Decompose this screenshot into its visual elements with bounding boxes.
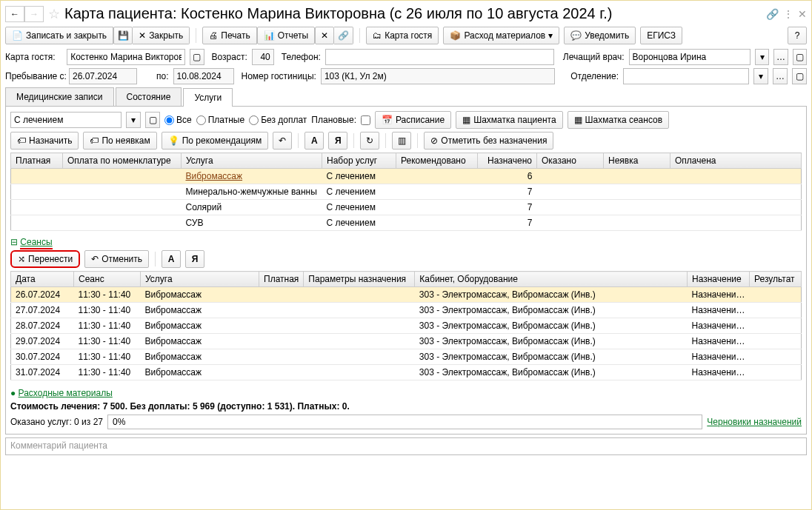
sort-za2-button[interactable]: Я: [185, 250, 204, 268]
save-icon: 📄: [12, 30, 23, 41]
scol-params: Параметры назначения: [304, 272, 415, 287]
notify-button[interactable]: 💬Уведомить: [564, 27, 636, 44]
tab-services[interactable]: Услуги: [183, 88, 233, 107]
tab-state[interactable]: Состояние: [116, 87, 182, 106]
radio-nosurcharge[interactable]: Без доплат: [249, 115, 307, 125]
bulb-icon: 💡: [168, 135, 179, 146]
by-noshow-button[interactable]: 🏷По неявкам: [83, 132, 156, 150]
col-rec: Рекомендовано: [396, 153, 478, 169]
close-button[interactable]: ✕Закрыть: [133, 27, 190, 44]
col-set: Набор услуг: [322, 153, 396, 169]
columns-button[interactable]: ▥: [392, 132, 411, 150]
table-row[interactable]: 27.07.202411:30 - 11:40Вибромассаж303 - …: [11, 303, 802, 318]
table-row[interactable]: СолярийС лечением7: [11, 200, 802, 215]
phone-input[interactable]: [325, 49, 554, 65]
shuffle-icon: ⤭: [18, 254, 25, 264]
drafts-link[interactable]: Черновики назначений: [707, 417, 802, 427]
tag-icon: 🏷: [17, 135, 26, 146]
table-row[interactable]: 26.07.202411:30 - 11:40Вибромассаж303 - …: [11, 287, 802, 303]
rendered-label: Оказано услуг: 0 из 27: [10, 417, 103, 427]
undo-button[interactable]: ↶: [273, 132, 292, 150]
supplies-link[interactable]: Расходные материалы: [19, 388, 113, 398]
session-chess-button[interactable]: ▦Шахматка сеансов: [568, 111, 670, 129]
table-row[interactable]: 28.07.202411:30 - 11:40Вибромассаж303 - …: [11, 318, 802, 334]
ban-icon: ⊘: [430, 135, 438, 146]
materials-button[interactable]: 📦Расход материалов ▾: [443, 27, 559, 44]
table-row[interactable]: 29.07.202411:30 - 11:40Вибромассаж303 - …: [11, 334, 802, 349]
doctor-clear[interactable]: …: [773, 49, 788, 65]
dept-open[interactable]: ▢: [792, 68, 807, 84]
bullet-icon: ●: [10, 388, 16, 398]
assign-button[interactable]: 🏷Назначить: [10, 132, 79, 150]
undo-icon: ↶: [91, 254, 99, 264]
cancel-button[interactable]: ↶Отменить: [84, 250, 149, 268]
guest-open-button[interactable]: ▢: [190, 49, 204, 65]
sort-az2-button[interactable]: А: [162, 250, 181, 268]
calendar-icon: 📅: [382, 115, 393, 125]
sort-az-button[interactable]: А: [304, 132, 324, 150]
doctor-open[interactable]: ▢: [793, 49, 807, 65]
sessions-section-link[interactable]: Сеансы: [20, 237, 52, 249]
forward-button[interactable]: →: [24, 6, 44, 22]
grid-icon: ▦: [462, 115, 470, 125]
doctor-dropdown[interactable]: ▾: [755, 49, 769, 65]
radio-all[interactable]: Все: [164, 115, 192, 125]
sessions-table[interactable]: Дата Сеанс Услуга Платная Параметры назн…: [10, 271, 802, 380]
by-rec-button[interactable]: 💡По рекомендациям: [162, 132, 269, 150]
table-row[interactable]: ВибромассажС лечением6: [11, 169, 802, 184]
scol-room: Кабинет, Оборудование: [415, 272, 688, 287]
age-label: Возраст:: [212, 52, 247, 62]
guest-card-button[interactable]: 🗂Карта гостя: [366, 27, 439, 44]
save-close-button[interactable]: 📄Записать и закрыть: [5, 27, 113, 44]
guest-card-input[interactable]: [67, 49, 185, 65]
scol-assign: Назначение: [688, 272, 750, 287]
planned-label: Плановые:: [311, 115, 356, 125]
dept-clear[interactable]: …: [773, 68, 788, 84]
dept-input[interactable]: [623, 68, 749, 84]
radio-paid[interactable]: Платные: [196, 115, 244, 125]
col-noshow: Неявка: [604, 153, 670, 169]
services-table[interactable]: Платная Оплата по номенклатуре Услуга На…: [10, 152, 802, 231]
print-icon: 🖨: [209, 30, 218, 41]
doctor-input[interactable]: [629, 49, 751, 65]
card-icon: 🗂: [373, 30, 382, 41]
help-button[interactable]: ?: [788, 27, 807, 44]
back-button[interactable]: ←: [5, 6, 24, 22]
favorite-icon[interactable]: ☆: [48, 6, 60, 22]
attach-button[interactable]: 🔗: [334, 27, 353, 44]
reports-button[interactable]: 📊Отчеты: [257, 27, 315, 44]
treatment-dropdown[interactable]: ▾: [126, 112, 141, 128]
x-icon: ✕: [139, 30, 146, 41]
box-icon: 📦: [450, 30, 461, 41]
table-row[interactable]: СУВС лечением7: [11, 215, 802, 231]
stay-from-input: [69, 68, 137, 84]
refresh-button[interactable]: ↻: [360, 132, 379, 150]
sort-za-button[interactable]: Я: [328, 132, 347, 150]
age-input: [252, 49, 274, 65]
cost-line: Стоимость лечения: 7 500. Без доплаты: 5…: [10, 401, 802, 412]
move-button[interactable]: ⤭Перенести: [10, 250, 80, 268]
tag-icon: 🏷: [90, 135, 99, 146]
close-icon[interactable]: ✕: [798, 8, 807, 20]
more-icon[interactable]: ⋮: [783, 8, 793, 20]
table-row[interactable]: Минерально-жемчужные ванныС лечением7: [11, 184, 802, 200]
settings-button[interactable]: ✕: [315, 27, 334, 44]
planned-checkbox[interactable]: [361, 115, 370, 125]
treatment-filter[interactable]: [10, 112, 122, 128]
scol-date: Дата: [11, 272, 74, 287]
comment-input[interactable]: Комментарий пациента: [5, 437, 807, 455]
dept-dropdown[interactable]: ▾: [753, 68, 768, 84]
minus-icon[interactable]: ⊟: [10, 237, 18, 247]
save-button[interactable]: 💾: [113, 27, 133, 44]
treatment-open[interactable]: ▢: [145, 112, 160, 128]
table-row[interactable]: 30.07.202411:30 - 11:40Вибромассаж303 - …: [11, 349, 802, 365]
patient-chess-button[interactable]: ▦Шахматка пациента: [456, 111, 562, 129]
egisz-button[interactable]: ЕГИСЗ: [640, 27, 682, 44]
hotel-input: [321, 68, 555, 84]
schedule-button[interactable]: 📅Расписание: [375, 111, 451, 129]
mark-unassigned-button[interactable]: ⊘Отметить без назначения: [424, 132, 553, 150]
tab-med-records[interactable]: Медицинские записи: [5, 87, 114, 106]
link-icon[interactable]: 🔗: [766, 8, 779, 20]
table-row[interactable]: 31.07.202411:30 - 11:40Вибромассаж303 - …: [11, 365, 802, 380]
print-button[interactable]: 🖨Печать: [202, 27, 256, 44]
